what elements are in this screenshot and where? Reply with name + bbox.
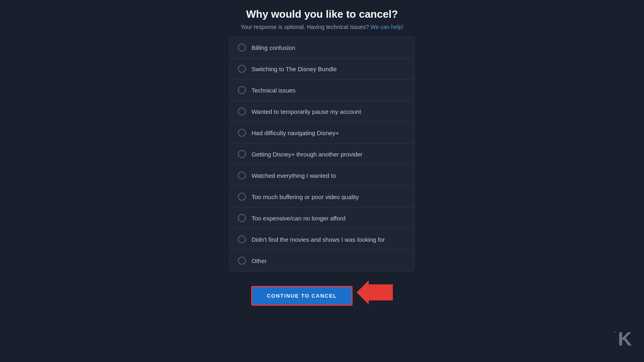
radio-content — [238, 235, 246, 243]
option-buffering-label: Too much buffering or poor video quality — [252, 193, 359, 200]
option-pause-label: Wanted to temporarily pause my account — [252, 108, 361, 115]
red-arrow-icon — [357, 280, 393, 304]
subtitle-text: Your response is optional. Having techni… — [241, 24, 369, 30]
option-buffering[interactable]: Too much buffering or poor video quality — [230, 186, 414, 208]
help-link[interactable]: We can help! — [370, 24, 403, 30]
option-navigate[interactable]: Had difficulty navigating Disney+ — [230, 122, 414, 144]
main-container: Why would you like to cancel? Your respo… — [229, 8, 415, 306]
radio-navigate — [238, 129, 246, 137]
option-other-label: Other — [252, 257, 267, 264]
option-billing[interactable]: Billing confusion — [230, 37, 414, 58]
watermark-dots: ·· — [614, 329, 617, 335]
option-expensive[interactable]: Too expensive/can no longer afford — [230, 208, 414, 229]
option-another-provider[interactable]: Getting Disney+ through another provider — [230, 144, 414, 165]
svg-marker-0 — [357, 280, 393, 304]
radio-billing — [238, 43, 246, 51]
option-watched-all[interactable]: Watched everything I wanted to — [230, 165, 414, 186]
option-expensive-label: Too expensive/can no longer afford — [252, 215, 345, 222]
button-row: CONTINUE TO CANCEL — [251, 279, 393, 306]
radio-watched-all — [238, 171, 246, 179]
option-pause[interactable]: Wanted to temporarily pause my account — [230, 101, 414, 122]
option-watched-all-label: Watched everything I wanted to — [252, 172, 336, 179]
watermark-letter: K — [618, 328, 632, 350]
options-list: Billing confusion Switching to The Disne… — [229, 37, 415, 272]
option-navigate-label: Had difficulty navigating Disney+ — [252, 130, 339, 136]
option-billing-label: Billing confusion — [252, 44, 295, 51]
option-disney-bundle[interactable]: Switching to The Disney Bundle — [230, 58, 414, 80]
radio-expensive — [238, 214, 246, 222]
radio-technical — [238, 86, 246, 94]
subtitle: Your response is optional. Having techni… — [241, 24, 403, 30]
radio-another-provider — [238, 150, 246, 158]
option-another-provider-label: Getting Disney+ through another provider — [252, 151, 363, 158]
option-content[interactable]: Didn't find the movies and shows I was l… — [230, 229, 414, 250]
radio-disney-bundle — [238, 65, 246, 73]
option-other[interactable]: Other — [230, 250, 414, 271]
radio-pause — [238, 107, 246, 115]
page-title: Why would you like to cancel? — [246, 8, 398, 21]
watermark: ·· K — [614, 328, 632, 350]
option-disney-bundle-label: Switching to The Disney Bundle — [252, 66, 337, 72]
option-content-label: Didn't find the movies and shows I was l… — [252, 236, 385, 243]
option-technical-label: Technical issues — [252, 87, 295, 94]
continue-to-cancel-button[interactable]: CONTINUE TO CANCEL — [251, 286, 353, 306]
radio-other — [238, 257, 246, 265]
radio-buffering — [238, 193, 246, 201]
option-technical[interactable]: Technical issues — [230, 80, 414, 101]
